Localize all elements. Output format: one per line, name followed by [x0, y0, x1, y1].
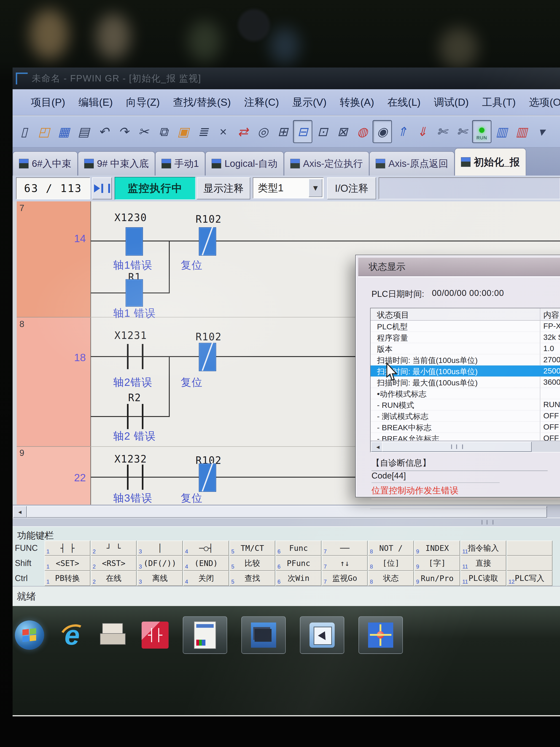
menu-item[interactable]: 转换(A) [340, 96, 374, 109]
function-key[interactable]: 4(END) [183, 556, 229, 571]
function-key[interactable] [507, 541, 553, 556]
contact-no-off[interactable] [142, 465, 143, 490]
list-hscrollbar[interactable]: ◂ [371, 441, 560, 452]
toolbar-icon[interactable]: ↶ [94, 120, 113, 143]
function-key[interactable]: 11PLC读取 [460, 571, 506, 586]
taskbar-button-document[interactable] [183, 616, 227, 654]
function-key[interactable] [507, 556, 553, 571]
status-row[interactable]: 程序容量32k S [371, 332, 560, 343]
toolbar-icon[interactable]: ✂ [134, 120, 153, 143]
list-hscroll-thumb[interactable] [382, 442, 532, 452]
function-key[interactable]: 1PB转换 [45, 571, 90, 586]
function-key[interactable]: 3离线 [137, 571, 183, 586]
toolbar-icon[interactable]: ◉ [373, 120, 392, 143]
toolbar-icon[interactable]: ●RUN [472, 120, 491, 143]
function-key[interactable]: 3│ [137, 541, 183, 556]
taskbar-button-plc[interactable] [241, 616, 286, 654]
menu-item[interactable]: 编辑(E) [78, 96, 113, 109]
function-key[interactable]: 2<RST> [91, 556, 137, 571]
function-key[interactable]: 1<SET> [45, 556, 90, 571]
toolbar-icon[interactable]: ◎ [253, 120, 272, 143]
status-row[interactable]: 扫描时间: 最大值(100us单位)3600u [371, 377, 560, 388]
show-comment-button[interactable]: 显示注释 [197, 177, 250, 199]
document-tab[interactable]: 初始化_报 [455, 148, 526, 176]
menu-item[interactable]: 选项(O) [529, 96, 560, 109]
function-key[interactable]: 11指令输入 [460, 541, 506, 556]
status-row[interactable]: - RUN模式RUN [371, 399, 560, 410]
function-key[interactable]: 2┘ └ [91, 541, 137, 556]
toolbar-icon[interactable]: ⊡ [313, 120, 332, 143]
contact-no-off[interactable] [127, 344, 129, 369]
contact-no-on[interactable] [126, 279, 143, 307]
function-key[interactable]: 7↑↓ [322, 556, 368, 571]
ladder-hscrollbar[interactable]: ◂ [12, 505, 560, 518]
toolbar-icon[interactable]: ▣ [174, 120, 193, 143]
contact-no-off[interactable] [127, 404, 129, 429]
dialog-titlebar[interactable]: 状态显示 [358, 258, 560, 276]
function-key[interactable]: 6PFunc [276, 556, 321, 571]
toolbar-icon[interactable]: ▾ [532, 120, 551, 143]
function-key[interactable]: 4─○┤ [183, 541, 229, 556]
toolbar-icon[interactable]: ⊟ [293, 120, 312, 143]
comment-type-select[interactable]: 类型1▼ [253, 177, 324, 199]
function-key[interactable]: 11直接 [460, 556, 506, 571]
status-row[interactable]: - BREAK中标志OFF [371, 421, 560, 433]
function-key[interactable]: 5查找 [230, 571, 275, 586]
contact-nc-on[interactable] [199, 463, 216, 492]
function-key[interactable]: 9INDEX [414, 541, 460, 556]
menu-item[interactable]: 注释(C) [244, 96, 279, 109]
toolbar-icon[interactable]: ◰ [34, 120, 54, 143]
function-key[interactable]: 5TM/CT [230, 541, 275, 556]
status-row[interactable]: PLC机型FP-X [371, 320, 560, 332]
menu-item[interactable]: 在线(L) [387, 96, 421, 109]
menu-item[interactable]: 调试(D) [434, 96, 469, 109]
toolbar-icon[interactable]: ⧉ [154, 120, 173, 143]
menu-item[interactable]: 工具(T) [482, 96, 516, 109]
contact-nc-on[interactable] [199, 227, 216, 256]
function-key[interactable]: 7监视Go [322, 571, 368, 586]
fpwin-red-icon[interactable]: ┤├ [141, 622, 168, 649]
document-tab[interactable]: 9# 中束入底 [78, 151, 155, 176]
contact-no-off[interactable] [127, 465, 129, 490]
function-key[interactable]: 5比较 [230, 556, 275, 571]
toolbar-icon[interactable]: ▤ [74, 120, 93, 143]
toolbar-icon[interactable]: ▥ [512, 120, 531, 143]
function-key[interactable]: 8NOT / [368, 541, 414, 556]
scroll-left-icon[interactable]: ◂ [13, 506, 27, 518]
start-orb-icon[interactable] [15, 620, 44, 650]
panel-splitter[interactable] [12, 518, 560, 527]
toolbar-icon[interactable]: ▦ [54, 120, 74, 143]
function-key[interactable]: 6Func [276, 541, 321, 556]
contact-nc-on[interactable] [199, 343, 216, 371]
toolbar-icon[interactable]: ⇓ [412, 120, 432, 143]
toolbar-icon[interactable]: ≣ [193, 120, 213, 143]
status-row[interactable]: 扫描时间: 最小值(100us单位)2500 [371, 365, 560, 377]
toolbar-icon[interactable]: × [213, 120, 233, 143]
status-row[interactable]: 扫描时间: 当前值(100us单位)2700 [371, 354, 560, 365]
document-tab[interactable]: Logical-自动 [205, 151, 284, 176]
function-key[interactable]: 9Run/Pro [414, 571, 460, 586]
chevron-down-icon[interactable]: ▼ [309, 179, 322, 197]
menu-item[interactable]: 项目(P) [31, 96, 65, 109]
toolbar-icon[interactable]: ⊠ [333, 120, 352, 143]
taskbar-button-pointer[interactable] [300, 616, 344, 654]
toolbar-icon[interactable]: ⇑ [393, 120, 412, 143]
document-tab[interactable]: Axis-原点返回 [369, 151, 455, 176]
status-row[interactable]: •动作模式标志 [371, 388, 560, 399]
status-row[interactable]: - 测试模式标志OFF [371, 410, 560, 421]
io-comment-button[interactable]: I/O注释 [327, 177, 376, 199]
toolbar-icon[interactable]: ◍ [353, 120, 372, 143]
toolbar-icon[interactable]: ▯ [15, 120, 34, 143]
toolbar-icon[interactable]: ⊞ [273, 120, 292, 143]
document-tab[interactable]: 6#入中束 [12, 151, 78, 176]
menu-item[interactable]: 向导(Z) [126, 96, 160, 109]
document-tab[interactable]: 手动1 [155, 151, 205, 176]
splitter-grip-icon[interactable] [482, 520, 494, 524]
function-key[interactable]: 12PLC写入 [507, 571, 553, 586]
function-key[interactable]: 8状态 [368, 571, 414, 586]
contact-no-off[interactable] [142, 404, 143, 429]
function-key[interactable]: 8[位] [368, 556, 414, 571]
contact-no-off[interactable] [142, 344, 143, 369]
function-key[interactable]: 4关闭 [183, 571, 229, 586]
toolbar-icon[interactable]: ✄ [452, 120, 472, 143]
